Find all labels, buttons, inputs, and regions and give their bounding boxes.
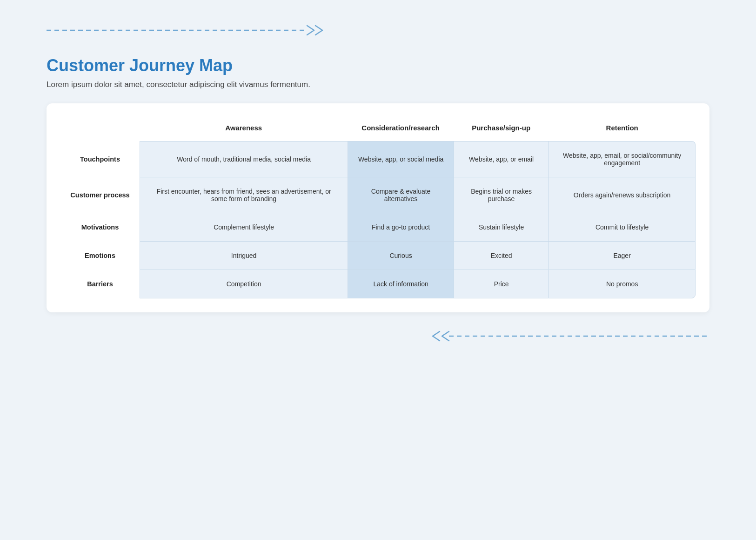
col-header-consideration: Consideration/research (348, 117, 454, 141)
cell-consideration-4: Lack of information (348, 270, 454, 298)
col-header-retention: Retention (549, 117, 696, 141)
cell-retention-4: No promos (549, 270, 696, 298)
journey-table: Awareness Consideration/research Purchas… (60, 117, 696, 298)
table-row: TouchpointsWord of mouth, traditional me… (60, 141, 696, 177)
cell-retention-3: Eager (549, 241, 696, 270)
page-title: Customer Journey Map (47, 56, 709, 75)
table-row: MotivationsComplement lifestyleFind a go… (60, 213, 696, 241)
row-label-emotions: Emotions (60, 241, 140, 270)
cell-retention-1: Orders again/renews subscription (549, 177, 696, 213)
cell-purchase-2: Sustain lifestyle (454, 213, 549, 241)
cell-consideration-2: Find a go-to product (348, 213, 454, 241)
page-subtitle: Lorem ipsum dolor sit amet, consectetur … (47, 80, 709, 89)
journey-map-card: Awareness Consideration/research Purchas… (47, 103, 709, 312)
table-row: Customer processFirst encounter, hears f… (60, 177, 696, 213)
col-header-awareness: Awareness (140, 117, 348, 141)
cell-purchase-0: Website, app, or email (454, 141, 549, 177)
cell-retention-2: Commit to lifestyle (549, 213, 696, 241)
cell-awareness-4: Competition (140, 270, 348, 298)
row-label-motivations: Motivations (60, 213, 140, 241)
cell-purchase-1: Begins trial or makes purchase (454, 177, 549, 213)
title-section: Customer Journey Map Lorem ipsum dolor s… (47, 56, 709, 89)
page-wrapper: Customer Journey Map Lorem ipsum dolor s… (0, 0, 756, 376)
cell-retention-0: Website, app, email, or social/community… (549, 141, 696, 177)
col-header-empty (60, 117, 140, 141)
cell-purchase-3: Excited (454, 241, 549, 270)
table-row: EmotionsIntriguedCuriousExcitedEager (60, 241, 696, 270)
table-row: BarriersCompetitionLack of informationPr… (60, 270, 696, 298)
cell-awareness-1: First encounter, hears from friend, sees… (140, 177, 348, 213)
bottom-arrow-decoration (47, 324, 709, 348)
cell-consideration-3: Curious (348, 241, 454, 270)
row-label-barriers: Barriers (60, 270, 140, 298)
row-label-customer-process: Customer process (60, 177, 140, 213)
cell-consideration-1: Compare & evaluate alternatives (348, 177, 454, 213)
cell-awareness-2: Complement lifestyle (140, 213, 348, 241)
cell-purchase-4: Price (454, 270, 549, 298)
cell-awareness-3: Intrigued (140, 241, 348, 270)
top-arrow-decoration (47, 19, 709, 44)
row-label-touchpoints: Touchpoints (60, 141, 140, 177)
table-header-row: Awareness Consideration/research Purchas… (60, 117, 696, 141)
cell-awareness-0: Word of mouth, traditional media, social… (140, 141, 348, 177)
col-header-purchase: Purchase/sign-up (454, 117, 549, 141)
cell-consideration-0: Website, app, or social media (348, 141, 454, 177)
